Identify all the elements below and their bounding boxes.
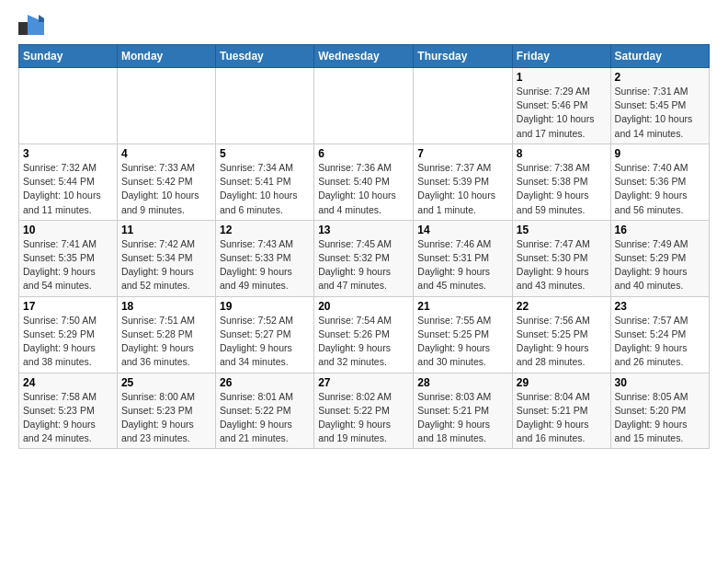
calendar-cell: 19Sunrise: 7:52 AMSunset: 5:27 PMDayligh… bbox=[215, 296, 313, 373]
day-info: Sunrise: 7:51 AMSunset: 5:28 PMDaylight:… bbox=[121, 314, 211, 370]
calendar-cell: 24Sunrise: 7:58 AMSunset: 5:23 PMDayligh… bbox=[19, 373, 118, 449]
week-row-1: 3Sunrise: 7:32 AMSunset: 5:44 PMDaylight… bbox=[19, 144, 710, 220]
calendar-cell bbox=[414, 68, 513, 144]
weekday-header-monday: Monday bbox=[117, 45, 215, 68]
day-number: 27 bbox=[318, 376, 409, 389]
day-number: 2 bbox=[615, 71, 705, 84]
day-info: Sunrise: 7:57 AMSunset: 5:24 PMDaylight:… bbox=[615, 314, 705, 370]
day-info: Sunrise: 7:55 AMSunset: 5:25 PMDaylight:… bbox=[417, 314, 508, 370]
calendar-cell: 2Sunrise: 7:31 AMSunset: 5:45 PMDaylight… bbox=[610, 68, 709, 144]
day-number: 11 bbox=[121, 224, 211, 236]
calendar-cell: 9Sunrise: 7:40 AMSunset: 5:36 PMDaylight… bbox=[610, 144, 709, 220]
day-number: 1 bbox=[517, 71, 607, 84]
calendar-cell: 21Sunrise: 7:55 AMSunset: 5:25 PMDayligh… bbox=[414, 296, 513, 373]
day-number: 4 bbox=[121, 147, 211, 160]
weekday-header-friday: Friday bbox=[512, 45, 610, 68]
calendar-cell: 28Sunrise: 8:03 AMSunset: 5:21 PMDayligh… bbox=[414, 373, 513, 449]
day-info: Sunrise: 7:54 AMSunset: 5:26 PMDaylight:… bbox=[318, 314, 409, 370]
calendar-cell: 26Sunrise: 8:01 AMSunset: 5:22 PMDayligh… bbox=[215, 373, 313, 449]
day-info: Sunrise: 7:33 AMSunset: 5:42 PMDaylight:… bbox=[121, 161, 211, 217]
day-info: Sunrise: 7:29 AMSunset: 5:46 PMDaylight:… bbox=[517, 85, 607, 141]
calendar-cell: 14Sunrise: 7:46 AMSunset: 5:31 PMDayligh… bbox=[414, 220, 513, 296]
weekday-header-thursday: Thursday bbox=[414, 45, 513, 68]
day-number: 24 bbox=[23, 376, 113, 389]
day-info: Sunrise: 7:40 AMSunset: 5:36 PMDaylight:… bbox=[615, 161, 705, 217]
calendar-cell: 8Sunrise: 7:38 AMSunset: 5:38 PMDaylight… bbox=[512, 144, 610, 220]
day-info: Sunrise: 7:37 AMSunset: 5:39 PMDaylight:… bbox=[417, 161, 508, 217]
calendar-cell: 11Sunrise: 7:42 AMSunset: 5:34 PMDayligh… bbox=[117, 220, 215, 296]
day-info: Sunrise: 7:41 AMSunset: 5:35 PMDaylight:… bbox=[23, 237, 113, 293]
day-info: Sunrise: 7:43 AMSunset: 5:33 PMDaylight:… bbox=[220, 237, 310, 293]
day-info: Sunrise: 7:49 AMSunset: 5:29 PMDaylight:… bbox=[615, 237, 705, 293]
day-info: Sunrise: 7:36 AMSunset: 5:40 PMDaylight:… bbox=[318, 161, 409, 217]
day-number: 10 bbox=[23, 224, 113, 236]
calendar-cell: 6Sunrise: 7:36 AMSunset: 5:40 PMDaylight… bbox=[314, 144, 414, 220]
week-row-2: 10Sunrise: 7:41 AMSunset: 5:35 PMDayligh… bbox=[19, 220, 710, 296]
weekday-header-row: SundayMondayTuesdayWednesdayThursdayFrid… bbox=[19, 45, 710, 68]
day-number: 26 bbox=[220, 376, 310, 389]
weekday-header-wednesday: Wednesday bbox=[314, 45, 414, 68]
header-row bbox=[18, 15, 710, 35]
calendar-cell: 30Sunrise: 8:05 AMSunset: 5:20 PMDayligh… bbox=[610, 373, 709, 449]
day-number: 5 bbox=[220, 147, 310, 160]
calendar-cell bbox=[19, 68, 118, 144]
day-info: Sunrise: 7:42 AMSunset: 5:34 PMDaylight:… bbox=[121, 237, 211, 293]
day-number: 20 bbox=[318, 300, 409, 313]
day-info: Sunrise: 7:38 AMSunset: 5:38 PMDaylight:… bbox=[517, 161, 607, 217]
day-number: 21 bbox=[417, 300, 508, 313]
calendar-cell: 4Sunrise: 7:33 AMSunset: 5:42 PMDaylight… bbox=[117, 144, 215, 220]
day-info: Sunrise: 8:01 AMSunset: 5:22 PMDaylight:… bbox=[220, 390, 310, 446]
svg-marker-2 bbox=[39, 15, 44, 22]
day-info: Sunrise: 8:05 AMSunset: 5:20 PMDaylight:… bbox=[615, 390, 705, 446]
day-info: Sunrise: 8:03 AMSunset: 5:21 PMDaylight:… bbox=[417, 390, 508, 446]
day-info: Sunrise: 8:04 AMSunset: 5:21 PMDaylight:… bbox=[517, 390, 607, 446]
day-number: 6 bbox=[318, 147, 409, 160]
day-info: Sunrise: 8:00 AMSunset: 5:23 PMDaylight:… bbox=[121, 390, 211, 446]
calendar-cell: 3Sunrise: 7:32 AMSunset: 5:44 PMDaylight… bbox=[19, 144, 118, 220]
calendar-cell bbox=[117, 68, 215, 144]
day-number: 19 bbox=[220, 300, 310, 313]
day-number: 28 bbox=[417, 376, 508, 389]
day-info: Sunrise: 7:34 AMSunset: 5:41 PMDaylight:… bbox=[220, 161, 310, 217]
day-number: 7 bbox=[417, 147, 508, 160]
day-number: 25 bbox=[121, 376, 211, 389]
day-number: 30 bbox=[615, 376, 705, 389]
day-info: Sunrise: 7:31 AMSunset: 5:45 PMDaylight:… bbox=[615, 85, 705, 141]
day-info: Sunrise: 8:02 AMSunset: 5:22 PMDaylight:… bbox=[318, 390, 409, 446]
week-row-4: 24Sunrise: 7:58 AMSunset: 5:23 PMDayligh… bbox=[19, 373, 710, 449]
logo bbox=[18, 15, 48, 35]
day-number: 15 bbox=[517, 224, 607, 236]
weekday-header-saturday: Saturday bbox=[610, 45, 709, 68]
day-number: 14 bbox=[417, 224, 508, 236]
day-info: Sunrise: 7:45 AMSunset: 5:32 PMDaylight:… bbox=[318, 237, 409, 293]
calendar-cell: 16Sunrise: 7:49 AMSunset: 5:29 PMDayligh… bbox=[610, 220, 709, 296]
day-info: Sunrise: 7:52 AMSunset: 5:27 PMDaylight:… bbox=[220, 314, 310, 370]
page-container: SundayMondayTuesdayWednesdayThursdayFrid… bbox=[0, 0, 728, 458]
day-info: Sunrise: 7:32 AMSunset: 5:44 PMDaylight:… bbox=[23, 161, 113, 217]
day-number: 29 bbox=[517, 376, 607, 389]
day-number: 17 bbox=[23, 300, 113, 313]
calendar-cell: 18Sunrise: 7:51 AMSunset: 5:28 PMDayligh… bbox=[117, 296, 215, 373]
calendar-cell: 5Sunrise: 7:34 AMSunset: 5:41 PMDaylight… bbox=[215, 144, 313, 220]
day-info: Sunrise: 7:56 AMSunset: 5:25 PMDaylight:… bbox=[517, 314, 607, 370]
calendar-cell: 15Sunrise: 7:47 AMSunset: 5:30 PMDayligh… bbox=[512, 220, 610, 296]
calendar-cell: 20Sunrise: 7:54 AMSunset: 5:26 PMDayligh… bbox=[314, 296, 414, 373]
day-info: Sunrise: 7:47 AMSunset: 5:30 PMDaylight:… bbox=[517, 237, 607, 293]
day-number: 23 bbox=[615, 300, 705, 313]
calendar-cell bbox=[215, 68, 313, 144]
day-info: Sunrise: 7:50 AMSunset: 5:29 PMDaylight:… bbox=[23, 314, 113, 370]
calendar-cell: 10Sunrise: 7:41 AMSunset: 5:35 PMDayligh… bbox=[19, 220, 118, 296]
day-info: Sunrise: 7:58 AMSunset: 5:23 PMDaylight:… bbox=[23, 390, 113, 446]
day-number: 9 bbox=[615, 147, 705, 160]
calendar-cell: 23Sunrise: 7:57 AMSunset: 5:24 PMDayligh… bbox=[610, 296, 709, 373]
calendar-cell: 29Sunrise: 8:04 AMSunset: 5:21 PMDayligh… bbox=[512, 373, 610, 449]
weekday-header-sunday: Sunday bbox=[19, 45, 118, 68]
logo-icon bbox=[18, 15, 44, 35]
calendar-table: SundayMondayTuesdayWednesdayThursdayFrid… bbox=[18, 44, 710, 449]
calendar-cell: 22Sunrise: 7:56 AMSunset: 5:25 PMDayligh… bbox=[512, 296, 610, 373]
day-number: 16 bbox=[615, 224, 705, 236]
week-row-0: 1Sunrise: 7:29 AMSunset: 5:46 PMDaylight… bbox=[19, 68, 710, 144]
calendar-cell: 25Sunrise: 8:00 AMSunset: 5:23 PMDayligh… bbox=[117, 373, 215, 449]
day-number: 8 bbox=[517, 147, 607, 160]
week-row-3: 17Sunrise: 7:50 AMSunset: 5:29 PMDayligh… bbox=[19, 296, 710, 373]
